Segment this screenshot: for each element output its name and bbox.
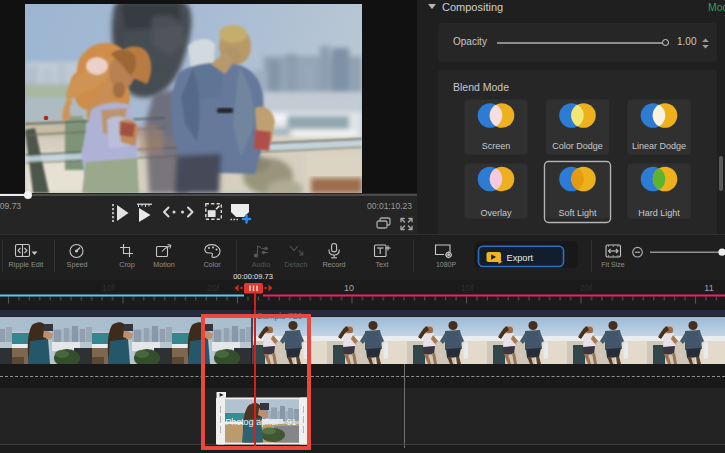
svg-text:Color Dodge: Color Dodge: [552, 141, 603, 151]
svg-text:Hard Light: Hard Light: [638, 208, 680, 218]
svg-text:Soft Light: Soft Light: [558, 208, 597, 218]
svg-text:Linear Dodge: Linear Dodge: [632, 141, 686, 151]
svg-text:Motion: Motion: [153, 260, 175, 269]
svg-text:Fit Size: Fit Size: [601, 261, 624, 268]
svg-text:1080P: 1080P: [436, 261, 457, 268]
svg-text:20f: 20f: [207, 283, 220, 293]
svg-text:Detach: Detach: [285, 260, 308, 269]
svg-text:10: 10: [344, 283, 354, 293]
svg-text:Export: Export: [507, 253, 534, 263]
svg-text:Text: Text: [375, 260, 388, 269]
svg-text:Audio: Audio: [252, 260, 270, 269]
svg-text:00:00:09.73: 00:00:09.73: [233, 272, 273, 281]
svg-text:Color: Color: [203, 260, 221, 269]
svg-text:Crop: Crop: [119, 260, 135, 269]
svg-text:10f: 10f: [461, 283, 474, 293]
svg-text:Screen: Screen: [482, 141, 511, 151]
svg-text:Speed: Speed: [67, 260, 88, 269]
svg-text:11: 11: [704, 283, 713, 293]
svg-text:Overlay: Overlay: [480, 208, 512, 218]
svg-text:Ripple Edit: Ripple Edit: [9, 260, 44, 269]
svg-text:Record: Record: [322, 260, 345, 269]
svg-text:20f: 20f: [580, 283, 593, 293]
svg-text:10f: 10f: [102, 283, 115, 293]
